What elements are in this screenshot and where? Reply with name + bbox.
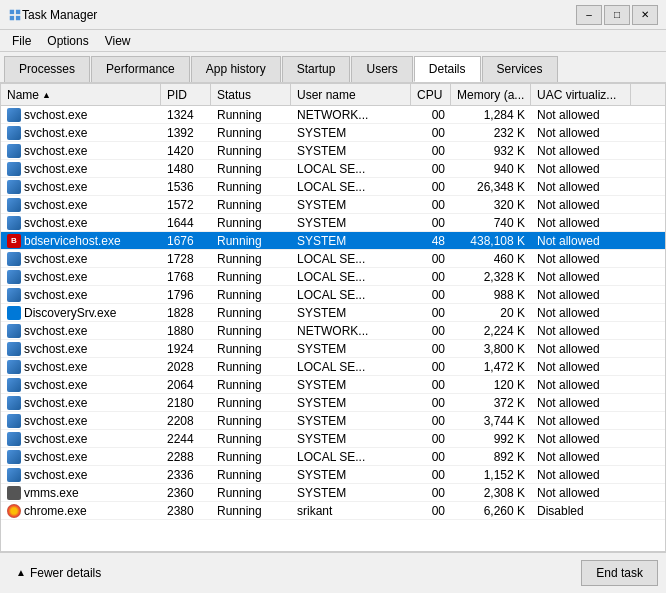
cell-user: LOCAL SE...: [291, 268, 411, 285]
cell-user: SYSTEM: [291, 376, 411, 393]
cell-name: svchost.exe: [1, 340, 161, 357]
table-row[interactable]: svchost.exe 2244 Running SYSTEM 00 992 K…: [1, 430, 665, 448]
cell-user: SYSTEM: [291, 484, 411, 501]
cell-cpu: 00: [411, 466, 451, 483]
cell-memory: 460 K: [451, 250, 531, 267]
table-row[interactable]: svchost.exe 2288 Running LOCAL SE... 00 …: [1, 448, 665, 466]
cell-name: svchost.exe: [1, 124, 161, 141]
table-body[interactable]: svchost.exe 1324 Running NETWORK... 00 1…: [1, 106, 665, 551]
col-header-uac[interactable]: UAC virtualiz...: [531, 84, 631, 105]
table-row[interactable]: svchost.exe 1880 Running NETWORK... 00 2…: [1, 322, 665, 340]
menu-view[interactable]: View: [97, 32, 139, 50]
cell-user: SYSTEM: [291, 214, 411, 231]
col-header-memory[interactable]: Memory (a...: [451, 84, 531, 105]
table-row[interactable]: svchost.exe 2208 Running SYSTEM 00 3,744…: [1, 412, 665, 430]
cell-pid: 1728: [161, 250, 211, 267]
cell-cpu: 00: [411, 214, 451, 231]
table-row[interactable]: vmms.exe 2360 Running SYSTEM 00 2,308 K …: [1, 484, 665, 502]
cell-name: B bdservicehost.exe: [1, 232, 161, 249]
table-row[interactable]: svchost.exe 1392 Running SYSTEM 00 232 K…: [1, 124, 665, 142]
cell-status: Running: [211, 466, 291, 483]
table-row[interactable]: svchost.exe 1728 Running LOCAL SE... 00 …: [1, 250, 665, 268]
tab-performance[interactable]: Performance: [91, 56, 190, 82]
cell-status: Running: [211, 232, 291, 249]
table-row[interactable]: DiscoverySrv.exe 1828 Running SYSTEM 00 …: [1, 304, 665, 322]
process-icon: [7, 144, 21, 158]
cell-memory: 2,328 K: [451, 268, 531, 285]
cell-user: NETWORK...: [291, 322, 411, 339]
tab-startup[interactable]: Startup: [282, 56, 351, 82]
cell-user: SYSTEM: [291, 196, 411, 213]
table-row[interactable]: svchost.exe 1324 Running NETWORK... 00 1…: [1, 106, 665, 124]
col-header-user[interactable]: User name: [291, 84, 411, 105]
col-header-pid[interactable]: PID: [161, 84, 211, 105]
cell-memory: 940 K: [451, 160, 531, 177]
close-button[interactable]: ✕: [632, 5, 658, 25]
cell-cpu: 00: [411, 322, 451, 339]
tab-services[interactable]: Services: [482, 56, 558, 82]
tab-processes[interactable]: Processes: [4, 56, 90, 82]
cell-cpu: 00: [411, 142, 451, 159]
cell-name: svchost.exe: [1, 250, 161, 267]
table-row[interactable]: svchost.exe 1768 Running LOCAL SE... 00 …: [1, 268, 665, 286]
cell-uac: Not allowed: [531, 124, 631, 141]
process-icon: [7, 414, 21, 428]
cell-cpu: 00: [411, 358, 451, 375]
cell-status: Running: [211, 196, 291, 213]
cell-pid: 2208: [161, 412, 211, 429]
table-row[interactable]: chrome.exe 2380 Running srikant 00 6,260…: [1, 502, 665, 520]
table-row[interactable]: svchost.exe 1572 Running SYSTEM 00 320 K…: [1, 196, 665, 214]
tab-app-history[interactable]: App history: [191, 56, 281, 82]
cell-uac: Not allowed: [531, 466, 631, 483]
cell-name: svchost.exe: [1, 286, 161, 303]
maximize-button[interactable]: □: [604, 5, 630, 25]
tab-bar: Processes Performance App history Startu…: [0, 52, 666, 83]
cell-memory: 3,744 K: [451, 412, 531, 429]
cell-memory: 20 K: [451, 304, 531, 321]
table-row[interactable]: svchost.exe 1420 Running SYSTEM 00 932 K…: [1, 142, 665, 160]
minimize-button[interactable]: –: [576, 5, 602, 25]
fewer-details-button[interactable]: ▲ Fewer details: [8, 562, 109, 584]
table-row[interactable]: svchost.exe 2064 Running SYSTEM 00 120 K…: [1, 376, 665, 394]
process-icon: [7, 126, 21, 140]
end-task-button[interactable]: End task: [581, 560, 658, 586]
cell-pid: 2380: [161, 502, 211, 519]
cell-user: SYSTEM: [291, 466, 411, 483]
cell-name: DiscoverySrv.exe: [1, 304, 161, 321]
cell-pid: 1644: [161, 214, 211, 231]
process-icon: [7, 378, 21, 392]
process-icon: [7, 306, 21, 320]
table-row[interactable]: svchost.exe 1536 Running LOCAL SE... 00 …: [1, 178, 665, 196]
table-row[interactable]: svchost.exe 2180 Running SYSTEM 00 372 K…: [1, 394, 665, 412]
fewer-details-label: Fewer details: [30, 566, 101, 580]
col-header-cpu[interactable]: CPU: [411, 84, 451, 105]
cell-uac: Not allowed: [531, 304, 631, 321]
process-icon: [7, 396, 21, 410]
menu-options[interactable]: Options: [39, 32, 96, 50]
col-header-status[interactable]: Status: [211, 84, 291, 105]
tab-details[interactable]: Details: [414, 56, 481, 82]
tab-users[interactable]: Users: [351, 56, 412, 82]
table-row[interactable]: svchost.exe 1480 Running LOCAL SE... 00 …: [1, 160, 665, 178]
cell-pid: 1924: [161, 340, 211, 357]
cell-pid: 2360: [161, 484, 211, 501]
cell-user: SYSTEM: [291, 304, 411, 321]
cell-pid: 2336: [161, 466, 211, 483]
cell-status: Running: [211, 502, 291, 519]
table-row[interactable]: B bdservicehost.exe 1676 Running SYSTEM …: [1, 232, 665, 250]
table-row[interactable]: svchost.exe 2336 Running SYSTEM 00 1,152…: [1, 466, 665, 484]
table-row[interactable]: svchost.exe 1796 Running LOCAL SE... 00 …: [1, 286, 665, 304]
table-row[interactable]: svchost.exe 2028 Running LOCAL SE... 00 …: [1, 358, 665, 376]
cell-uac: Not allowed: [531, 268, 631, 285]
cell-uac: Not allowed: [531, 484, 631, 501]
table-row[interactable]: svchost.exe 1644 Running SYSTEM 00 740 K…: [1, 214, 665, 232]
menu-file[interactable]: File: [4, 32, 39, 50]
table-header: Name ▲ PID Status User name CPU Memory (…: [1, 84, 665, 106]
process-icon: [7, 360, 21, 374]
cell-memory: 120 K: [451, 376, 531, 393]
table-row[interactable]: svchost.exe 1924 Running SYSTEM 00 3,800…: [1, 340, 665, 358]
cell-uac: Not allowed: [531, 196, 631, 213]
process-icon: [7, 324, 21, 338]
col-header-name[interactable]: Name ▲: [1, 84, 161, 105]
cell-user: LOCAL SE...: [291, 178, 411, 195]
